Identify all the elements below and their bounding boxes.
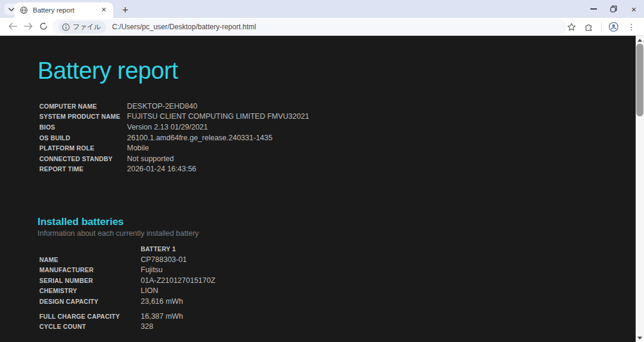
row-label: NAME (39, 256, 141, 263)
table-row: SERIAL NUMBER01A-Z210127015170Z (39, 275, 636, 286)
scrollbar-thumb[interactable] (636, 44, 643, 116)
table-row: FULL CHARGE CAPACITY16,387 mWh (39, 311, 636, 322)
row-value: 16,387 mWh (141, 312, 183, 321)
table-row: OS BUILD26100.1.amd64fre.ge_release.2403… (39, 133, 636, 143)
forward-arrow-icon (24, 23, 33, 30)
row-label: SERIAL NUMBER (39, 277, 141, 284)
row-value: 26100.1.amd64fre.ge_release.240331-1435 (127, 134, 273, 142)
toolbar-divider (601, 22, 602, 32)
scroll-down-button[interactable] (636, 334, 644, 342)
table-row: MANUFACTURERFujitsu (39, 264, 636, 275)
chevron-down-icon (8, 8, 14, 11)
reload-button[interactable] (36, 19, 51, 34)
battery-column-header: BATTERY 1 (141, 245, 176, 252)
close-icon: × (631, 5, 637, 14)
new-tab-button[interactable]: + (117, 2, 133, 18)
row-label: CYCLE COUNT (39, 323, 141, 330)
row-value: DESKTOP-2EHD840 (127, 102, 197, 110)
row-label: OS BUILD (39, 134, 127, 141)
table-row: CONNECTED STANDBYNot supported (39, 153, 636, 164)
row-label: PLATFORM ROLE (39, 144, 127, 152)
star-icon (567, 23, 576, 32)
tab-title: Battery report (33, 7, 99, 14)
scroll-up-icon (637, 39, 642, 42)
row-label: CHEMISTRY (39, 287, 141, 294)
profile-avatar-button[interactable] (606, 19, 621, 35)
row-value: CP788303-01 (141, 255, 187, 264)
row-label: FULL CHARGE CAPACITY (39, 313, 141, 320)
window-restore-button[interactable] (603, 0, 624, 18)
scroll-down-icon (637, 337, 642, 340)
globe-favicon-icon (20, 6, 28, 14)
row-label: MANUFACTURER (39, 266, 141, 273)
table-row: PLATFORM ROLEMobile (39, 143, 636, 153)
site-info-chip[interactable]: ファイル (58, 21, 106, 33)
extensions-button[interactable] (581, 19, 597, 35)
table-row: COMPUTER NAMEDESKTOP-2EHD840 (39, 101, 636, 112)
row-label: COMPUTER NAME (39, 103, 127, 110)
window-close-button[interactable]: × (624, 0, 644, 18)
row-value: Version 2.13 01/29/2021 (127, 123, 208, 131)
puzzle-icon (584, 22, 594, 32)
row-label: SYSTEM PRODUCT NAME (39, 113, 127, 120)
tab-strip: Battery report × + × (0, 0, 644, 18)
back-button[interactable] (5, 19, 20, 34)
address-bar[interactable]: ファイル C:/Users/pc_user/Desktop/battery-re… (52, 19, 566, 35)
back-arrow-icon (8, 23, 17, 30)
info-icon (62, 23, 70, 31)
row-label: BIOS (39, 124, 127, 131)
installed-batteries-table: BATTERY 1 NAMECP788303-01 MANUFACTURERFu… (39, 244, 636, 332)
browser-tab-battery-report[interactable]: Battery report × (14, 2, 113, 18)
row-value: 2026-01-24 16:43:56 (127, 165, 196, 173)
minimize-icon (590, 8, 597, 9)
row-label: DESIGN CAPACITY (39, 298, 141, 305)
toolbar-right-icons: ⋮ (564, 19, 639, 35)
installed-batteries-heading: Installed batteries (38, 216, 636, 228)
row-value: 01A-Z210127015170Z (141, 276, 215, 285)
browser-menu-button[interactable]: ⋮ (624, 19, 639, 35)
tab-close-icon[interactable]: × (99, 5, 109, 15)
installed-batteries-subtitle: Information about each currently install… (38, 229, 636, 238)
table-row: NAMECP788303-01 (39, 254, 636, 265)
page-title: Battery report (38, 57, 636, 84)
table-row: BIOSVersion 2.13 01/29/2021 (39, 122, 636, 133)
table-row: DESIGN CAPACITY23,616 mWh (39, 296, 636, 307)
row-value: Mobile (127, 144, 149, 152)
table-row: CHEMISTRYLION (39, 286, 636, 297)
system-info-table: COMPUTER NAMEDESKTOP-2EHD840 SYSTEM PROD… (39, 101, 636, 174)
three-dots-icon: ⋮ (627, 22, 636, 32)
vertical-scrollbar[interactable] (636, 36, 644, 342)
table-row: REPORT TIME2026-01-24 16:43:56 (39, 164, 636, 175)
row-label: REPORT TIME (39, 165, 127, 172)
forward-button[interactable] (20, 19, 36, 34)
row-value: Not supported (127, 155, 174, 163)
row-value: 23,616 mWh (141, 297, 183, 306)
table-row: CYCLE COUNT328 (39, 321, 636, 332)
url-text[interactable]: C:/Users/pc_user/Desktop/battery-report.… (112, 23, 256, 31)
window-minimize-button[interactable] (583, 0, 603, 18)
browser-toolbar: ファイル C:/Users/pc_user/Desktop/battery-re… (0, 18, 644, 36)
row-value: 328 (141, 322, 153, 331)
bookmark-star-button[interactable] (564, 19, 579, 35)
row-value: FUJITSU CLIENT COMPUTING LIMITED FMVU320… (127, 112, 309, 121)
window-controls: × (583, 0, 644, 18)
restore-icon (610, 5, 617, 13)
avatar-icon (608, 21, 619, 32)
row-label: CONNECTED STANDBY (39, 155, 127, 162)
table-row: SYSTEM PRODUCT NAMEFUJITSU CLIENT COMPUT… (39, 112, 636, 122)
row-value: Fujitsu (141, 266, 163, 274)
scroll-up-button[interactable] (636, 36, 644, 44)
file-scheme-label: ファイル (73, 23, 101, 32)
reload-icon (39, 22, 48, 30)
battery-report-page: Battery report COMPUTER NAMEDESKTOP-2EHD… (0, 36, 636, 342)
table-header-row: BATTERY 1 (39, 244, 636, 254)
row-value: LION (141, 286, 158, 295)
